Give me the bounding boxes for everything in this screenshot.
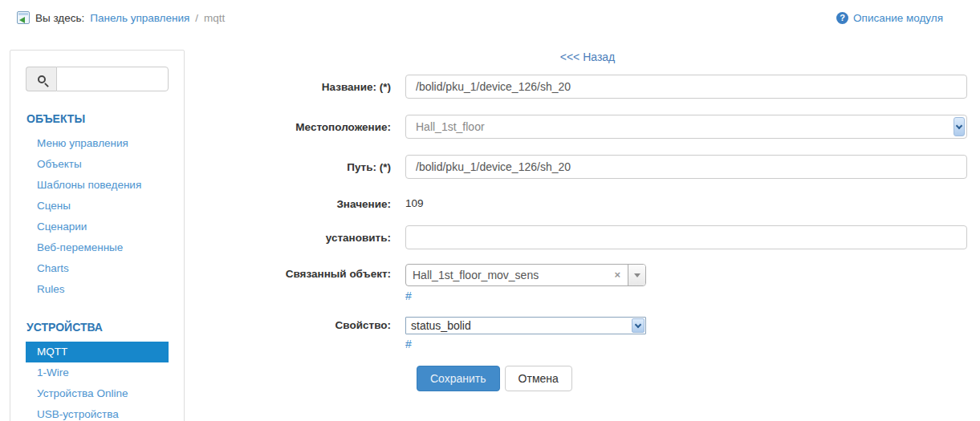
linked-object-label: Связанный объект: xyxy=(253,264,391,280)
breadcrumb: Вы здесь: Панель управления / mqtt xyxy=(17,11,225,24)
property-select[interactable]: status_bolid xyxy=(405,317,646,334)
back-link[interactable]: <<< Назад xyxy=(560,51,616,63)
sidebar-item-scenarios[interactable]: Сценарии xyxy=(26,217,169,237)
sidebar-item-mqtt[interactable]: MQTT xyxy=(26,342,169,362)
sidebar-item-control-menu[interactable]: Меню управления xyxy=(26,133,169,154)
triangle-down-icon xyxy=(634,273,640,277)
sidebar-list-devices: MQTT 1-Wire Устройства Online USB-устрой… xyxy=(10,342,184,421)
back-row: <<< Назад xyxy=(253,50,967,64)
location-selected-value: Hall_1st_floor xyxy=(406,120,485,133)
sidebar: ОБЪЕКТЫ Меню управления Объекты Шаблоны … xyxy=(10,50,185,421)
clear-icon[interactable]: × xyxy=(607,265,628,285)
property-label: Свойство: xyxy=(253,317,391,331)
property-dropdown-arrow-icon[interactable] xyxy=(632,318,645,333)
search-icon xyxy=(38,75,46,83)
breadcrumb-you-are-here: Вы здесь: xyxy=(35,12,84,24)
sidebar-item-devices-online[interactable]: Устройства Online xyxy=(26,383,169,404)
question-icon: ? xyxy=(836,12,848,24)
value-label: Значение: xyxy=(253,194,391,210)
location-label: Местоположение: xyxy=(253,115,391,133)
property-selected-value: status_bolid xyxy=(406,319,471,332)
sidebar-search xyxy=(26,67,169,91)
breadcrumb-control-panel-link[interactable]: Панель управления xyxy=(90,12,189,24)
mqtt-edit-form: <<< Назад Название: (*) Местоположение: … xyxy=(253,50,967,407)
search-button[interactable] xyxy=(26,67,56,91)
sidebar-item-usb-devices[interactable]: USB-устройства xyxy=(26,404,169,421)
row-name: Название: (*) xyxy=(253,75,967,99)
property-hash-link[interactable]: # xyxy=(405,338,412,350)
module-help[interactable]: ? Описание модуля xyxy=(836,12,943,24)
name-label: Название: (*) xyxy=(253,75,391,93)
location-dropdown-arrow-icon[interactable] xyxy=(954,117,965,136)
sidebar-section-objects: ОБЪЕКТЫ xyxy=(26,112,168,125)
set-input[interactable] xyxy=(405,225,967,249)
linked-object-dropdown-button[interactable] xyxy=(628,265,645,285)
sidebar-list-objects: Меню управления Объекты Шаблоны поведени… xyxy=(10,133,184,300)
linked-object-combobox[interactable]: Hall_1st_floor_mov_sens × xyxy=(405,264,646,286)
breadcrumb-current-module: mqtt xyxy=(204,12,225,24)
row-linked-object: Связанный объект: Hall_1st_floor_mov_sen… xyxy=(253,264,967,303)
sidebar-item-1wire[interactable]: 1-Wire xyxy=(26,362,169,383)
row-property: Свойство: status_bolid # xyxy=(253,317,967,351)
sidebar-item-web-variables[interactable]: Веб-переменные xyxy=(26,237,169,258)
set-label: установить: xyxy=(253,225,391,244)
row-set: установить: xyxy=(253,225,967,249)
sidebar-item-behavior-templates[interactable]: Шаблоны поведения xyxy=(26,175,169,196)
module-help-link[interactable]: Описание модуля xyxy=(853,12,943,24)
row-value: Значение: 109 xyxy=(253,194,967,210)
sidebar-item-scenes[interactable]: Сцены xyxy=(26,196,169,217)
save-button[interactable]: Сохранить xyxy=(417,366,500,391)
cancel-button[interactable]: Отмена xyxy=(505,366,572,391)
row-path: Путь: (*) xyxy=(253,155,967,179)
current-value-text: 109 xyxy=(405,194,967,209)
name-input[interactable] xyxy=(405,75,967,99)
linked-object-value: Hall_1st_floor_mov_sens xyxy=(406,265,607,285)
location-select[interactable]: Hall_1st_floor xyxy=(405,115,967,139)
sidebar-item-charts[interactable]: Charts xyxy=(26,258,169,279)
linked-object-hash-link[interactable]: # xyxy=(405,289,412,302)
breadcrumb-separator: / xyxy=(195,12,198,24)
row-buttons: Сохранить Отмена xyxy=(253,366,967,391)
search-input[interactable] xyxy=(56,67,169,91)
row-location: Местоположение: Hall_1st_floor xyxy=(253,115,967,139)
sidebar-section-devices: УСТРОЙСТВА xyxy=(26,321,168,334)
path-input[interactable] xyxy=(405,155,967,179)
sidebar-item-objects[interactable]: Объекты xyxy=(26,154,169,175)
sidebar-item-rules[interactable]: Rules xyxy=(26,279,169,300)
buttons-spacer xyxy=(253,366,391,372)
path-label: Путь: (*) xyxy=(253,155,391,173)
application-icon xyxy=(17,11,30,24)
